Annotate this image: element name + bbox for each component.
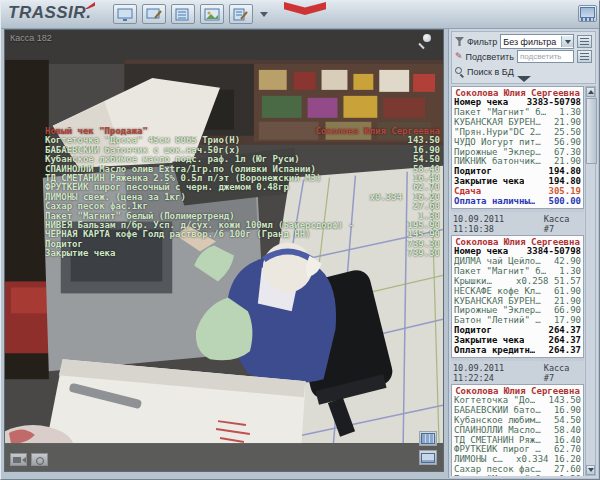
camera-name-label: Касса 182 xyxy=(10,33,52,43)
receipt-row: ПИКНИК батончик…21.90 xyxy=(454,157,581,167)
receipt-block[interactable]: Соколова Юлия СергеевнаНомер чека3383-50… xyxy=(451,86,584,209)
highlight-label: Подсветить xyxy=(466,52,514,62)
receipt-row: Номер чека3383-50798 xyxy=(454,98,581,108)
overlay-line: Сахар песок фас.1кг27.60 xyxy=(45,202,440,211)
overlay-line: СПАЙНОЛЛИ Масло олив Extra/1гр.по (оливк… xyxy=(45,165,440,174)
filter-panel: Фильтр Без фильтра ✎ Подсветить Поиск в … xyxy=(451,31,596,84)
overlay-line: НИВЕЯ Бальзам п/бр. Усп. д/сух. кожи 100… xyxy=(45,221,440,230)
overlay-line: ТД СМЕТАНИН Ряженка 2.5% 0.5л п/эт (Воро… xyxy=(45,174,440,183)
filter-label: Фильтр xyxy=(467,37,497,47)
monitor-icon[interactable] xyxy=(113,4,137,24)
overlay-line: Пакет "Магнит" белый (Полимертренд)1.30 xyxy=(45,212,440,221)
monitor-edit-icon[interactable] xyxy=(142,4,166,24)
filter-select-value: Без фильтра xyxy=(503,37,561,47)
receipt-datetime: 10.09.2011 11:10:38 xyxy=(453,214,544,234)
receipt-row: Закрытие чека194.80 xyxy=(454,177,581,187)
receipt-row: ЛИМОНЫ с…х0.334 16.20 xyxy=(454,455,581,465)
overlay-line: Новый чек "Продажа"Соколова Юлия Сергеев… xyxy=(45,127,440,136)
pin-icon[interactable] xyxy=(417,34,431,48)
cctv-monitor-icon[interactable] xyxy=(578,5,597,22)
camcorder-icon[interactable] xyxy=(10,453,27,466)
filter-select[interactable]: Без фильтра xyxy=(500,34,574,49)
main-toolbar: TRASSIR. xyxy=(1,1,600,29)
receipt-overlay: Новый чек "Продажа"Соколова Юлия Сергеев… xyxy=(45,127,440,259)
receipt-row: Крышки…х0.258 51.57 xyxy=(454,277,581,287)
overlay-line: ФРУТКЕЙК пирог песочный с черн. джемом 0… xyxy=(45,183,440,192)
receipt-row: Батон "Летний" …17.90 xyxy=(454,316,581,326)
receipt-row: Кубанское любим…54.50 xyxy=(454,416,581,426)
search-db-label: Поиск в БД xyxy=(467,67,514,77)
snapshot-camera-icon[interactable] xyxy=(31,453,48,466)
receipt-row: НЕСКАФЕ кофе Кл…61.90 xyxy=(454,287,581,297)
filter-settings-button[interactable] xyxy=(577,35,592,48)
receipt-block[interactable]: Соколова Юлия СергеевнаКогтеточка "До…14… xyxy=(451,384,584,476)
collapse-toolbar-chevron-icon[interactable] xyxy=(284,2,326,15)
cashier-name: Соколова Юлия Сергеевна xyxy=(454,237,581,247)
receipt-row: ДИЛМА чай Цейло…42.90 xyxy=(454,257,581,267)
overlay-line: БАБАЕВСКИЙ батончик с шок.нач.50г(х)16.9… xyxy=(45,146,440,155)
receipt-row: Номер чека3384-50798 xyxy=(454,247,581,257)
cashier-name: Соколова Юлия Сергеевна xyxy=(454,386,581,396)
pos-sidebar: Фильтр Без фильтра ✎ Подсветить Поиск в … xyxy=(448,29,598,478)
list-edit-icon[interactable] xyxy=(229,4,253,24)
receipt-row: Пакет "Магнит" б…1.30 xyxy=(454,267,581,277)
register-label: Касса #7 xyxy=(544,363,582,383)
toolbar-dropdown-arrow-icon[interactable] xyxy=(260,12,268,17)
receipt-row: Подитог264.37 xyxy=(454,326,581,336)
receipt-row: Когтеточка "До…143.50 xyxy=(454,396,581,406)
keyboard-icon[interactable] xyxy=(419,450,437,465)
image-icon[interactable] xyxy=(200,4,224,24)
filter-select-arrow-icon[interactable] xyxy=(561,36,573,47)
receipt-scrollbar[interactable] xyxy=(585,86,596,476)
receipt-row: ТД СМЕТАНИН Ряж…16.40 xyxy=(454,436,581,446)
collapse-panel-chevron-icon[interactable] xyxy=(513,75,535,82)
receipt-row: Пирожные "Эклер…67.30 xyxy=(454,148,581,158)
archive-grid-icon[interactable] xyxy=(419,431,437,446)
highlight-pen-icon: ✎ xyxy=(455,52,463,61)
receipt-row: "Прян.Нури"DC 2…25.50 xyxy=(454,128,581,138)
receipt-row: СПАЙНОЛЛИ Масло…58.40 xyxy=(454,426,581,436)
overlay-line: Закрытие чека739.30 xyxy=(45,249,440,258)
register-label: Касса #7 xyxy=(544,214,582,234)
receipt-row: Пакет "Магнит" б…1.30 xyxy=(454,108,581,118)
highlight-settings-button[interactable] xyxy=(577,50,592,63)
trassir-logo: TRASSIR. xyxy=(8,3,91,23)
overlay-line: Когтеточка "Доска" 45см 8065 Трио(Н)143.… xyxy=(45,136,440,145)
receipt-block[interactable]: Соколова Юлия СергеевнаНомер чека3384-50… xyxy=(451,235,584,358)
receipt-row: БАБАЕВСКИЙ бато…16.90 xyxy=(454,406,581,416)
receipt-header[interactable]: 10.09.2011 11:10:38Касса #7 xyxy=(451,212,584,235)
receipt-row: КУБАНСКАЯ БУРЕН…21.90 xyxy=(454,118,581,128)
scroll-down-icon[interactable] xyxy=(586,465,595,475)
scroll-up-icon[interactable] xyxy=(586,87,595,97)
receipt-row: ЧУДО Йогурт пит…56.90 xyxy=(454,138,581,148)
scrollbar-thumb[interactable] xyxy=(586,98,597,164)
receipt-list: Соколова Юлия СергеевнаНомер чека3383-50… xyxy=(451,86,584,476)
receipt-row: Сдача305.19 xyxy=(454,187,581,197)
overlay-line: Подитог739.30 xyxy=(45,240,440,249)
monitor-list-icon[interactable] xyxy=(171,4,195,24)
receipt-row: Пирожные "Эклер…66.90 xyxy=(454,306,581,316)
highlight-input[interactable] xyxy=(517,50,574,63)
camera-view[interactable]: Касса 182 Новый чек "Продажа"Соколова Юл… xyxy=(4,29,444,472)
receipt-row: Подитог194.80 xyxy=(454,167,581,177)
trassir-window: TRASSIR. xyxy=(0,0,600,480)
receipt-datetime: 10.09.2011 11:22:24 xyxy=(453,363,544,383)
overlay-line: ЛИМОНЫ свеж. (цена за 1кг)х0.334 16.20 xyxy=(45,193,440,202)
search-icon xyxy=(455,67,464,76)
receipt-header[interactable]: 10.09.2011 11:22:24Касса #7 xyxy=(451,361,584,384)
overlay-line: Кубанское любимое масло подс. раф. 1л (Ю… xyxy=(45,155,440,164)
overlay-line: ЧЕРНАЯ КАРТА кофе Голд раствор./6 100г (… xyxy=(45,230,440,239)
receipt-row: Пакет "Магнит" б…1.30 xyxy=(454,475,581,476)
receipt-row: Закрытие чека264.37 xyxy=(454,336,581,346)
receipt-row: КУБАНСКАЯ БУРЕН…21.90 xyxy=(454,297,581,307)
cashier-name: Соколова Юлия Сергеевна xyxy=(454,88,581,98)
receipt-row: Сахар песок фас…27.60 xyxy=(454,465,581,475)
filter-funnel-icon xyxy=(455,37,464,46)
receipt-row: Оплата кредитн…264.37 xyxy=(454,346,581,356)
receipt-row: Оплата наличны…500.00 xyxy=(454,197,581,207)
receipt-row: ФРУТКЕЙК пирог …62.70 xyxy=(454,445,581,455)
